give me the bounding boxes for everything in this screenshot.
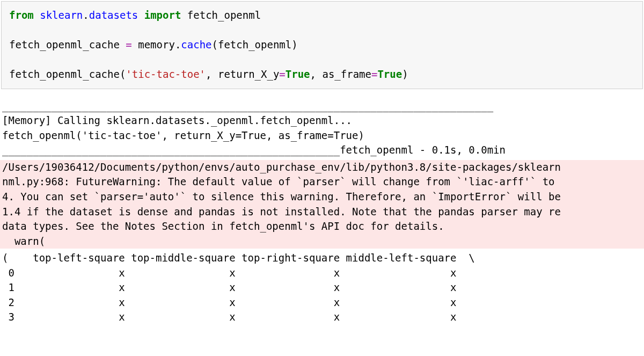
space	[181, 9, 187, 21]
code-input-cell: from sklearn.datasets import fetch_openm…	[1, 1, 643, 89]
module-datasets: datasets	[89, 9, 138, 21]
lhs: fetch_openml_cache	[9, 39, 126, 50]
table-row: 2 x x x x	[2, 296, 475, 308]
import-name: fetch_openml	[187, 9, 261, 21]
rule-line: ________________________________________…	[2, 100, 493, 112]
string-arg: 'tic-tac-toe'	[126, 68, 206, 80]
table-row: 3 x x x x	[2, 311, 475, 323]
warning-line: warn(	[2, 235, 45, 247]
method-cache: cache	[181, 39, 211, 50]
keyword-import: import	[144, 9, 181, 21]
true-literal: True	[286, 68, 310, 80]
operator-eq: =	[126, 39, 131, 50]
call-open: fetch_openml_cache(	[9, 68, 126, 80]
sep: , return_X_y	[206, 68, 279, 80]
timing-rule-line: ________________________________________…	[2, 144, 506, 156]
warning-line: 1.4 if the dataset is dense and pandas i…	[2, 206, 561, 217]
call-repr-line: fetch_openml('tic-tac-toe', return_X_y=T…	[2, 129, 364, 141]
dot: .	[83, 9, 89, 21]
dataframe-header: ( top-left-square top-middle-square top-…	[2, 252, 475, 264]
sep: , as_frame	[310, 68, 371, 80]
call-rest: (fetch_openml)	[212, 39, 298, 50]
stderr-warning: /Users/19036412/Documents/python/envs/au…	[0, 160, 644, 249]
rhs-obj: memory	[132, 39, 175, 50]
operator-eq: =	[279, 68, 285, 80]
warning-line: /Users/19036412/Documents/python/envs/au…	[2, 161, 561, 173]
warning-line: 4. You can set `parser='auto'` to silenc…	[2, 191, 561, 202]
operator-eq: =	[371, 68, 377, 80]
dot: .	[175, 39, 181, 50]
module-sklearn: sklearn	[40, 9, 83, 21]
keyword-from: from	[9, 9, 34, 21]
table-row: 0 x x x x	[2, 267, 475, 279]
space	[138, 9, 144, 21]
warning-line: data types. See the Notes Section in fet…	[2, 220, 444, 232]
table-row: 1 x x x x	[2, 281, 475, 293]
true-literal: True	[377, 68, 402, 80]
warning-line: nml.py:968: FutureWarning: The default v…	[2, 176, 561, 187]
call-close: )	[402, 68, 408, 80]
space	[34, 9, 40, 21]
memory-log-line: [Memory] Calling sklearn.datasets._openm…	[2, 114, 352, 126]
stdout-output: ________________________________________…	[0, 99, 644, 158]
result-output: ( top-left-square top-middle-square top-…	[0, 251, 644, 325]
